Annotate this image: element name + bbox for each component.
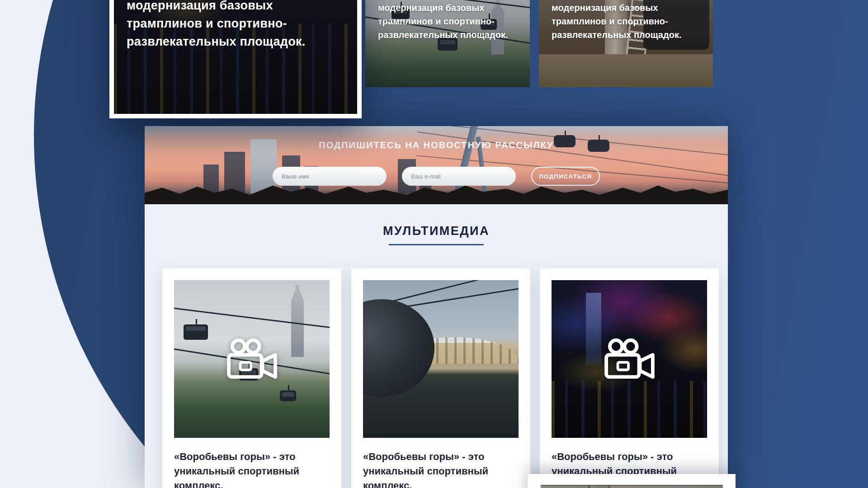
msu-tower-silhouette	[285, 285, 310, 357]
gondola-shape	[363, 299, 434, 397]
news-card-active[interactable]: модернизация базовых трамплинов и спорти…	[109, 0, 362, 118]
news-card-text: модернизация базовых трамплинов и спорти…	[552, 1, 693, 42]
multimedia-card-text: «Воробьевы горы» - это уникальный спорти…	[174, 450, 318, 488]
bottom-preview-popup	[528, 474, 736, 488]
multimedia-video-card[interactable]: «Воробьевы горы» - это уникальный спорти…	[162, 268, 341, 488]
name-input[interactable]	[273, 167, 387, 186]
video-camera-icon	[603, 338, 656, 380]
news-image-day: модернизация базовых трамплинов и спорти…	[365, 0, 530, 87]
multimedia-card-text: «Воробьевы горы» - это уникальный спорти…	[363, 450, 507, 488]
news-card-text: модернизация базовых трамплинов и спорти…	[378, 1, 519, 42]
lit-building-shape	[586, 293, 601, 366]
news-image-night: модернизация базовых трамплинов и спорти…	[114, 0, 357, 114]
luzhniki-scene-graphic	[363, 280, 519, 438]
newsletter-title: ПОДПИШИТЕСЬ НА НОВОСТНУЮ РАССЫЛКУ	[145, 140, 728, 150]
gondola-shape	[184, 324, 208, 340]
news-image-station: модернизация базовых трамплинов и спорти…	[539, 0, 713, 87]
multimedia-thumbnail	[552, 280, 707, 438]
news-card-text: модернизация базовых трамплинов и спорти…	[127, 0, 331, 51]
popup-photo-strip	[541, 485, 723, 488]
multimedia-section: МУЛЬТИМЕДИА	[145, 204, 728, 488]
video-camera-icon	[225, 338, 278, 380]
subscribe-button[interactable]: ПОДПИСАТЬСЯ	[531, 167, 600, 186]
multimedia-heading: МУЛЬТИМЕДИА	[145, 204, 728, 238]
gondola-shape	[280, 390, 296, 401]
newsletter-form: ПОДПИСАТЬСЯ	[145, 167, 728, 186]
multimedia-video-card[interactable]: «Воробьевы горы» - это уникальный спорти…	[351, 268, 530, 488]
heading-underline	[389, 244, 484, 245]
multimedia-thumbnail	[174, 280, 330, 438]
newsletter-banner: ПОДПИШИТЕСЬ НА НОВОСТНУЮ РАССЫЛКУ ПОДПИС…	[145, 126, 728, 204]
news-card[interactable]: модернизация базовых трамплинов и спорти…	[365, 0, 530, 87]
news-card[interactable]: модернизация базовых трамплинов и спорти…	[539, 0, 713, 87]
page: модернизация базовых трамплинов и спорти…	[0, 0, 868, 488]
multimedia-video-card[interactable]: «Воробьевы горы» - это уникальный спорти…	[540, 268, 719, 488]
email-input[interactable]	[402, 167, 516, 186]
multimedia-thumbnail	[363, 280, 519, 438]
